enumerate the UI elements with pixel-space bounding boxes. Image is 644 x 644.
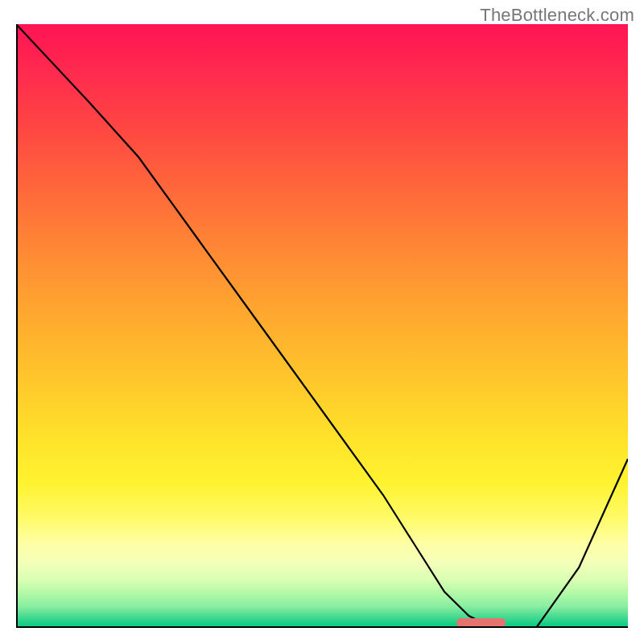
chart-svg xyxy=(16,24,628,628)
plot-area xyxy=(16,24,628,628)
attribution-text: TheBottleneck.com xyxy=(480,5,634,26)
chart-container: TheBottleneck.com xyxy=(0,0,644,644)
bottleneck-marker xyxy=(456,618,506,627)
bottleneck-curve-path xyxy=(16,24,628,628)
